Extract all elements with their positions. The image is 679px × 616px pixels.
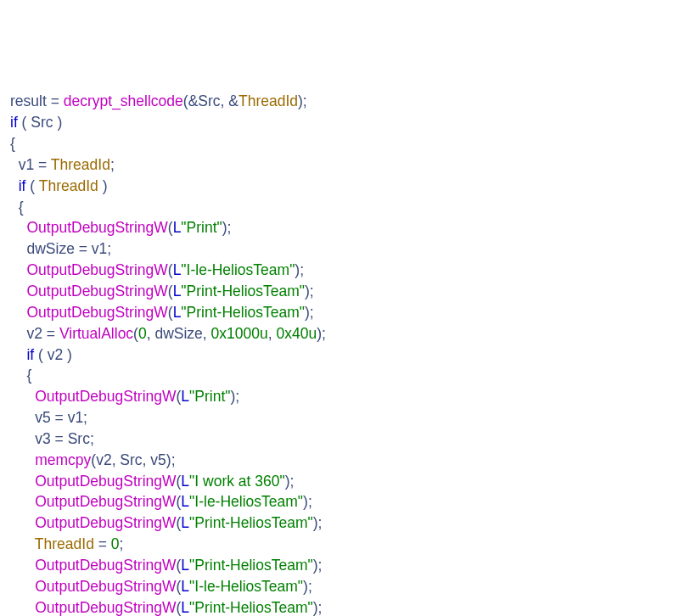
token-pn [10,514,35,531]
token-pn [10,599,35,616]
token-pn: ) [63,346,72,363]
token-pn: , & [221,92,238,109]
code-line: v3 = Src; [10,428,669,450]
token-num: 0 [111,535,120,552]
code-line: OutputDebugStringW(L"I-le-HeliosTeam"); [10,491,669,512]
token-pn [10,283,26,300]
token-var: dwSize [26,240,74,257]
token-pn [10,261,26,278]
token-pn: ; [120,535,124,552]
code-line: OutputDebugStringW(L"Print-HeliosTeam"); [10,281,669,302]
token-type: L [181,493,189,510]
token-pn [10,219,26,236]
token-str: "I-le-HeliosTeam" [189,578,303,595]
token-var: v3 [35,430,50,447]
token-pn: , [143,451,151,468]
code-line: v5 = v1; [10,407,669,428]
token-op: = [42,325,59,342]
token-op: = [94,535,111,552]
token-pn: ; [107,240,111,257]
code-line: { [10,133,669,154]
token-func: OutputDebugStringW [35,388,176,405]
token-func: OutputDebugStringW [35,473,176,490]
token-func: OutputDebugStringW [26,304,167,321]
token-var: Src [120,451,142,468]
token-type: L [173,304,182,321]
token-pn: , [147,325,155,342]
token-pn: (& [183,92,199,109]
token-pn [10,325,26,342]
token-pn: ) [53,114,63,131]
token-num: 0x1000u [211,325,268,342]
token-pn [10,578,35,595]
token-pn [10,473,35,490]
token-op: = [34,156,51,173]
token-pn: ); [313,599,323,616]
token-pn: ); [298,92,307,109]
token-str: "I-le-HeliosTeam" [189,493,303,510]
token-pn [10,493,35,510]
code-line: OutputDebugStringW(L"Print"); [10,217,669,238]
token-func: OutputDebugStringW [35,578,176,595]
code-line: OutputDebugStringW(L"Print-HeliosTeam"); [10,512,669,534]
token-type: L [181,388,189,405]
token-var: dwSize [154,325,202,342]
token-pn [10,388,35,405]
token-pn: ); [317,325,326,342]
token-type: L [181,514,189,531]
token-str: "Print-HeliosTeam" [189,599,313,616]
token-pn: ( [18,114,31,131]
token-pn: ); [303,578,312,595]
code-line: OutputDebugStringW(L"I-le-HeliosTeam"); [10,260,669,281]
token-pn: ); [303,493,312,510]
token-pn: ); [295,261,304,278]
code-line: memcpy(v2, Src, v5); [10,450,669,471]
token-var: Src [68,430,90,447]
token-pn: ; [90,430,94,447]
token-func: OutputDebugStringW [26,261,167,278]
token-var: Src [198,92,220,109]
token-pn [10,430,35,447]
token-pn [10,177,19,194]
code-line: OutputDebugStringW(L"I work at 360"); [10,471,669,492]
token-pn [10,304,26,321]
token-pn: ) [98,177,108,194]
token-str: "Print-HeliosTeam" [189,557,313,574]
token-str: "Print" [181,219,222,236]
token-str: "I work at 360" [189,473,285,490]
token-pn [10,557,35,574]
token-func: OutputDebugStringW [26,283,167,300]
decompiled-code-block: result = decrypt_shellcode(&Src, &Thread… [10,91,669,616]
code-line: v2 = VirtualAlloc(0, dwSize, 0x1000u, 0x… [10,323,669,344]
token-func: OutputDebugStringW [26,219,167,236]
token-num: 0x40u [276,325,317,342]
token-str: "Print-HeliosTeam" [181,304,305,321]
token-func: VirtualAlloc [59,325,133,342]
token-func: memcpy [35,451,91,468]
token-pn [10,451,35,468]
token-var: v5 [150,451,166,468]
code-line: OutputDebugStringW(L"Print"); [10,386,669,407]
token-param: ThreadId [51,156,110,173]
token-var: v2 [96,451,111,468]
token-var: v1 [68,409,83,426]
token-type: L [181,557,189,574]
token-pn: ); [305,283,314,300]
token-pn: ); [222,219,232,236]
token-pn: ( [25,177,38,194]
token-var: v1 [92,240,107,257]
code-line: OutputDebugStringW(L"I-le-HeliosTeam"); [10,576,669,597]
token-type: L [181,599,189,616]
token-type: L [173,283,182,300]
token-pn: , [268,325,277,342]
token-type: L [173,261,182,278]
token-pn [10,156,19,173]
token-pn: ( [34,346,48,363]
token-func: OutputDebugStringW [35,493,176,510]
code-line: OutputDebugStringW(L"Print-HeliosTeam"); [10,597,669,616]
token-pn [10,240,26,257]
token-str: "Print-HeliosTeam" [181,283,305,300]
token-type: L [181,473,189,490]
token-param: ThreadId [35,535,94,552]
token-pn: , [203,325,211,342]
